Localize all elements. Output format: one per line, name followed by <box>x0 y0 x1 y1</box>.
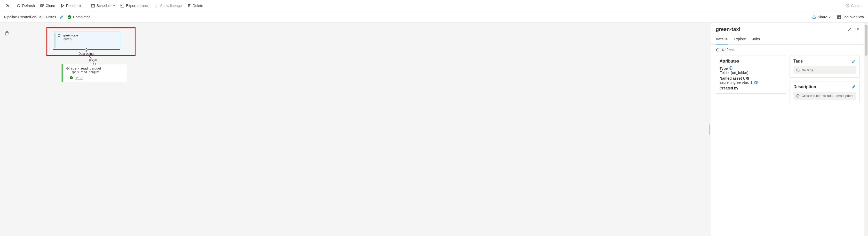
attributes-heading: Attributes <box>720 59 739 63</box>
node-subtitle: qreen/ <box>63 37 117 41</box>
chevron-down-icon <box>113 4 115 7</box>
copy-icon[interactable] <box>754 81 758 84</box>
svg-rect-2 <box>91 4 94 7</box>
resubmit-button[interactable]: Resubmit <box>58 2 84 9</box>
cancel-button: Cancel <box>843 2 865 9</box>
delete-label: Delete <box>193 4 203 8</box>
pan-tool-icon[interactable] <box>5 30 10 36</box>
check-circle-icon <box>69 76 73 80</box>
lineage-button: Show lineage <box>152 2 184 9</box>
info-icon[interactable]: i <box>729 66 733 70</box>
cancel-icon <box>845 4 849 8</box>
refresh-icon <box>17 4 21 8</box>
svg-rect-12 <box>68 67 69 68</box>
description-placeholder-text: Click edit icon to add a description <box>802 94 852 98</box>
tags-heading: Tags <box>794 59 803 63</box>
node-green-taxi[interactable]: green-taxi qreen/ Data output <box>53 31 120 50</box>
export-label: Export to code <box>126 4 149 8</box>
panel-refresh-label: Refresh <box>722 48 735 52</box>
node-stripe <box>55 32 56 48</box>
attributes-card: Attributes Type i Folder (uri_folder) Na… <box>716 56 786 94</box>
description-placeholder: i Click edit icon to add a description <box>794 92 856 100</box>
input-port[interactable] <box>93 63 96 65</box>
svg-rect-9 <box>838 16 841 19</box>
popout-panel-icon[interactable] <box>855 27 860 32</box>
output-port-label: Data output <box>79 52 94 56</box>
lineage-label: Show lineage <box>160 4 182 8</box>
refresh-icon <box>716 48 720 52</box>
schedule-button[interactable]: Schedule <box>88 2 118 9</box>
svg-rect-0 <box>40 5 42 7</box>
share-button[interactable]: Share <box>812 15 831 19</box>
schedule-label: Schedule <box>96 4 112 8</box>
svg-rect-19 <box>755 82 756 84</box>
tab-jobs[interactable]: Jobs <box>752 35 760 45</box>
expand-toolbar-button[interactable] <box>3 2 14 9</box>
panel-refresh-button[interactable]: Refresh <box>711 45 864 54</box>
delete-button[interactable]: Delete <box>185 2 206 9</box>
trash-icon <box>187 4 191 8</box>
svg-rect-10 <box>58 34 60 36</box>
scrollbar-thumb[interactable] <box>865 25 867 56</box>
edit-name-icon[interactable] <box>60 15 64 19</box>
svg-rect-11 <box>66 67 67 68</box>
svg-rect-13 <box>66 69 67 70</box>
resubmit-label: Resubmit <box>66 4 81 8</box>
svg-text:i: i <box>798 95 798 97</box>
refresh-label: Refresh <box>22 4 35 8</box>
play-icon <box>60 4 64 8</box>
edit-description-icon[interactable] <box>852 85 856 89</box>
version-letter: V <box>76 76 78 79</box>
clone-label: Clone <box>46 4 55 8</box>
info-icon: i <box>796 69 800 72</box>
toolbar-separator <box>86 3 86 9</box>
description-heading: Description <box>794 84 816 89</box>
panel-resizer[interactable] <box>709 23 711 236</box>
check-circle-icon <box>67 15 71 19</box>
version-tag: V | 1 <box>74 76 83 80</box>
node-subtitle: spark_read_parquet <box>71 70 124 74</box>
tab-details[interactable]: Details <box>716 35 727 45</box>
svg-text:i: i <box>798 69 798 72</box>
node-spark-read-parquet[interactable]: spark_read_parquet spark_read_parquet V … <box>61 64 127 82</box>
component-icon <box>66 67 69 70</box>
top-toolbar: Refresh Clone Resubmit Schedule Export t… <box>0 0 868 11</box>
export-button[interactable]: Export to code <box>118 2 152 9</box>
svg-rect-1 <box>41 4 43 6</box>
job-overview-button[interactable]: Job overview <box>837 15 864 19</box>
attr-createdby-label: Created by <box>720 86 782 90</box>
svg-point-6 <box>156 6 157 7</box>
node-title: green-taxi <box>63 33 78 37</box>
canvas-tools <box>5 30 10 36</box>
edit-tags-icon[interactable] <box>852 59 856 63</box>
job-overview-label: Job overview <box>843 15 864 19</box>
attr-uri-value: azureml:green-taxi:1 <box>720 80 753 84</box>
cancel-label: Cancel <box>851 4 862 8</box>
clone-icon <box>40 4 44 8</box>
chevron-down-icon <box>828 16 831 18</box>
panel-scrollbar[interactable] <box>864 23 868 236</box>
main-area: green-taxi qreen/ Data output green <box>0 23 868 236</box>
node-title: spark_read_parquet <box>71 67 101 70</box>
description-card: Description i Click edit icon to add a d… <box>789 81 860 103</box>
pipeline-name: Pipeline-Created-on-04-13-2023 <box>4 15 56 19</box>
panel-tabs: Details Explore Jobs <box>711 33 864 45</box>
calendar-icon <box>91 4 95 8</box>
tags-placeholder-text: No tags <box>802 68 813 72</box>
info-icon: i <box>796 94 800 98</box>
tags-card: Tags i No tags <box>789 56 860 78</box>
canvas[interactable]: green-taxi qreen/ Data output green <box>0 23 709 236</box>
tags-placeholder: i No tags <box>794 66 856 74</box>
pipeline-status: Completed <box>67 15 91 19</box>
clone-button[interactable]: Clone <box>37 2 58 9</box>
lineage-icon <box>154 4 158 8</box>
refresh-button[interactable]: Refresh <box>14 2 37 9</box>
version-number: 1 <box>80 76 82 79</box>
expand-panel-icon[interactable] <box>847 27 852 32</box>
export-icon <box>120 4 124 8</box>
output-port[interactable] <box>85 48 88 51</box>
overview-icon <box>837 15 841 19</box>
tab-explore[interactable]: Explore <box>734 35 746 45</box>
attr-type-label: Type <box>720 67 728 71</box>
svg-point-15 <box>70 76 73 79</box>
